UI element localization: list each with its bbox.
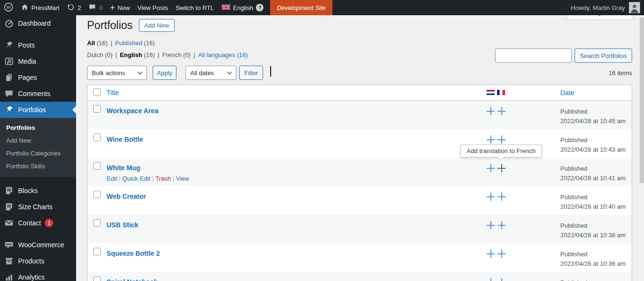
add-translation-french-icon[interactable]: [498, 278, 506, 281]
filter-dutch[interactable]: Dutch (0): [87, 51, 112, 58]
add-translation-dutch-icon[interactable]: [487, 250, 495, 258]
column-title[interactable]: Title: [107, 89, 481, 97]
column-date[interactable]: Date: [555, 89, 632, 97]
wordpress-menu[interactable]: W: [0, 0, 17, 15]
row-actions: Edit | Quick Edit | Trash | View: [107, 175, 481, 182]
sidebar-item-woocommerce[interactable]: WOO WooCommerce: [0, 237, 76, 253]
updates-link[interactable]: 2: [63, 0, 85, 15]
sidebar-item-analytics[interactable]: Analytics: [0, 269, 76, 281]
table-header: Title Date: [88, 85, 632, 101]
sidebar-item-media[interactable]: Media: [0, 53, 76, 69]
portfolio-title-link[interactable]: USB Stick: [107, 221, 138, 229]
apply-button[interactable]: Apply: [153, 66, 176, 80]
add-translation-french-icon[interactable]: [498, 107, 506, 115]
search-portfolios-button[interactable]: Search Portfolios: [575, 48, 632, 63]
view-posts-link[interactable]: View Posts: [134, 0, 172, 15]
row-status: Published: [560, 136, 632, 145]
submenu-item-portfolios[interactable]: Portfolios: [0, 121, 76, 134]
date-filter-select[interactable]: All dates: [185, 66, 236, 80]
portfolio-title-link[interactable]: White Mug: [107, 164, 140, 172]
search-input[interactable]: [495, 48, 572, 63]
row-status: Published: [560, 250, 632, 259]
row-action-view[interactable]: View: [176, 175, 189, 182]
sidebar-item-contact[interactable]: Contact 1: [0, 215, 76, 231]
new-content-menu[interactable]: + New: [107, 0, 134, 15]
row-checkbox[interactable]: [93, 162, 101, 170]
row-date: 2022/04/28 at 10:38 am: [560, 231, 632, 240]
switch-rtl-link[interactable]: Switch to RTL: [172, 0, 218, 15]
user-avatar[interactable]: [629, 2, 640, 13]
language-switcher[interactable]: English ?: [218, 0, 268, 15]
envelope-icon: [4, 218, 14, 228]
woocommerce-icon: WOO: [4, 240, 14, 250]
add-translation-dutch-icon[interactable]: [487, 278, 495, 281]
item-count: 16 items: [609, 69, 632, 77]
filter-all[interactable]: All (16): [87, 39, 107, 47]
help-icon[interactable]: ?: [256, 4, 263, 11]
row-action-trash[interactable]: Trash: [156, 175, 171, 182]
portfolio-title-link[interactable]: Wine Bottle: [107, 136, 143, 143]
filter-all-languages[interactable]: All languages (16): [198, 51, 248, 58]
sidebar-item-blocks[interactable]: Blocks: [0, 183, 76, 199]
chevron-down-icon: [137, 71, 143, 75]
select-all-checkbox[interactable]: [93, 88, 101, 96]
contact-notification-badge: 1: [45, 219, 53, 227]
sidebar-item-pages[interactable]: Pages: [0, 69, 76, 86]
wordpress-logo-icon: W: [4, 2, 13, 13]
row-checkbox[interactable]: [93, 276, 101, 281]
filter-french[interactable]: French (0): [162, 51, 191, 58]
row-checkbox[interactable]: [93, 134, 101, 141]
row-checkbox[interactable]: [93, 248, 101, 255]
sidebar-item-size-charts[interactable]: Size Charts: [0, 199, 76, 215]
comment-bubble-icon: [88, 3, 96, 12]
row-checkbox[interactable]: [93, 105, 101, 113]
add-translation-french-icon[interactable]: [498, 193, 506, 201]
row-checkbox[interactable]: [93, 219, 101, 227]
filter-published[interactable]: Published (16): [115, 39, 155, 47]
add-translation-dutch-icon[interactable]: [487, 221, 495, 229]
home-icon: [21, 3, 29, 12]
add-new-button[interactable]: Add New: [139, 19, 175, 32]
filter-english[interactable]: English (16): [120, 51, 155, 58]
add-translation-french-icon[interactable]: [498, 136, 506, 144]
row-action-quick-edit[interactable]: Quick Edit: [122, 175, 150, 182]
row-action-edit[interactable]: Edit: [107, 175, 117, 182]
sidebar-item-dashboard[interactable]: Dashboard: [0, 15, 76, 31]
add-translation-dutch-icon[interactable]: [487, 164, 495, 172]
sidebar-item-comments[interactable]: Comments: [0, 86, 76, 102]
table-row: Web Creator Published 2022/04/28 at 10:4…: [88, 186, 632, 215]
portfolio-title-link[interactable]: Squeeze Bottle 2: [107, 250, 160, 257]
document-lines-icon: [4, 202, 14, 212]
add-translation-dutch-icon[interactable]: [487, 136, 495, 144]
portfolio-title-link[interactable]: Web Creator: [107, 193, 146, 200]
row-status: Published: [560, 278, 632, 281]
bar-chart-icon: [4, 272, 14, 281]
sidebar-item-products[interactable]: Products: [0, 253, 76, 269]
portfolios-submenu: Portfolios Add New Portfolio Categories …: [0, 118, 76, 177]
add-translation-french-icon[interactable]: [498, 250, 506, 258]
filter-button[interactable]: Filter: [239, 66, 263, 80]
portfolio-title-link[interactable]: Spiral Notebook: [107, 278, 157, 281]
bulk-actions-select[interactable]: Bulk actions: [87, 66, 147, 80]
submenu-item-add-new[interactable]: Add New: [0, 134, 76, 147]
sidebar-separator: [0, 177, 76, 183]
sidebar-item-posts[interactable]: Posts: [0, 37, 76, 53]
row-date: 2022/04/28 at 10:40 am: [560, 202, 632, 212]
add-translation-french-icon[interactable]: [498, 221, 506, 229]
row-checkbox[interactable]: [93, 191, 101, 198]
howdy-account-link[interactable]: Howdy, Martin Gray: [571, 4, 625, 11]
sidebar-item-portfolios[interactable]: Portfolios: [0, 102, 76, 118]
site-name-link[interactable]: PressMart: [17, 0, 63, 15]
row-status: Published: [560, 107, 632, 116]
add-translation-french-icon[interactable]: [498, 164, 506, 172]
table-row: White Mug Edit | Quick Edit | Trash | Vi…: [88, 158, 632, 186]
add-translation-dutch-icon[interactable]: [487, 107, 495, 115]
page-scrollbar[interactable]: [640, 15, 644, 281]
comments-link[interactable]: 0: [85, 0, 106, 15]
admin-bar: W PressMart 2 0 + New View Posts: [0, 0, 644, 15]
add-translation-dutch-icon[interactable]: [487, 193, 495, 201]
portfolio-title-link[interactable]: Workspace Area: [107, 107, 158, 115]
submenu-item-portfolio-categories[interactable]: Portfolio Categories: [0, 147, 76, 160]
submenu-item-portfolio-skills[interactable]: Portfolio Skills: [0, 160, 76, 173]
scrollbar-thumb[interactable]: [640, 18, 644, 183]
